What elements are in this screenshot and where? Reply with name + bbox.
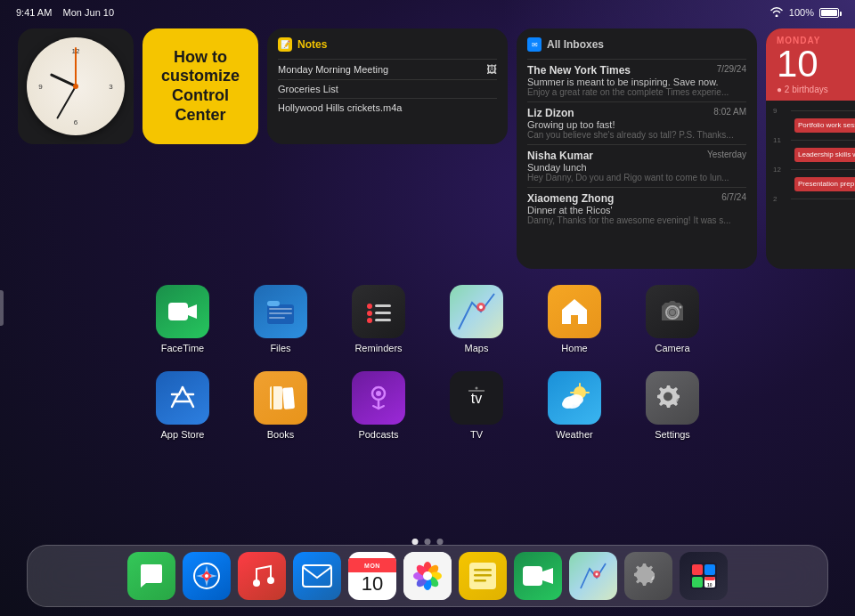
mail-item-1[interactable]: The New York Times 7/29/24 Summer is mea… [527, 59, 746, 101]
svg-point-42 [267, 577, 274, 584]
svg-point-24 [376, 391, 381, 396]
weather-icon-img [548, 371, 601, 425]
maps-label: Maps [465, 343, 489, 353]
appstore-icon-img [156, 371, 209, 425]
dock-calendar[interactable]: MON 10 [348, 552, 396, 600]
settings-label: Settings [655, 429, 690, 440]
photos-icon-detail [403, 552, 452, 600]
svg-marker-1 [188, 304, 197, 319]
note-text-2: Groceries List [278, 84, 338, 94]
notes-header: 📝 Notes [278, 37, 497, 52]
mail-widget[interactable]: ✉ All Inboxes The New York Times 7/29/24… [517, 28, 757, 269]
dock-messages[interactable] [127, 552, 175, 600]
mail-item-3[interactable]: Nisha Kumar Yesterday Sunday lunch Hey D… [527, 144, 746, 187]
notes-title: Notes [297, 38, 327, 51]
svg-rect-12 [375, 319, 391, 321]
notes-app-icon: 📝 [278, 37, 292, 52]
svg-rect-21 [272, 386, 273, 409]
mail-item-2[interactable]: Liz Dizon 8:02 AM Growing up too fast! C… [527, 101, 746, 144]
customize-widget[interactable]: How to customize Control Center [142, 28, 258, 144]
camera-label: Camera [655, 343, 689, 353]
dock-last[interactable]: 10 [680, 552, 728, 600]
svg-point-18 [670, 310, 675, 315]
sidebar-handle[interactable] [0, 290, 4, 326]
svg-rect-65 [692, 577, 703, 588]
facetime-label: FaceTime [161, 343, 205, 353]
note-item-1[interactable]: Monday Morning Meeting 🖼 [278, 59, 497, 79]
svg-rect-43 [303, 565, 331, 587]
battery-icon [819, 8, 839, 18]
mail-app-icon: ✉ [527, 37, 542, 52]
dock-calendar-day: MON [348, 558, 396, 572]
calendar-widget[interactable]: MONDAY 10 ● 2 birthdays 9 Portfolio work… [766, 28, 855, 269]
dock-maps[interactable] [569, 552, 617, 600]
svg-rect-6 [269, 317, 285, 319]
clock-center-dot [73, 84, 78, 89]
app-files[interactable]: Files [245, 285, 316, 353]
dock-music[interactable] [238, 552, 286, 600]
page-dot-1[interactable] [412, 539, 419, 545]
page-dot-2[interactable] [425, 539, 431, 545]
date-display: Mon Jun 10 [63, 7, 114, 18]
settings-icon-img [646, 371, 699, 425]
note-item-3[interactable]: Hollywood Hills crickets.m4a [278, 98, 497, 117]
dock-photos[interactable] [403, 552, 452, 600]
clock-widget[interactable]: 12 3 6 9 [18, 28, 134, 144]
app-home[interactable]: Home [539, 285, 610, 353]
mail-subject-3: Sunday lunch [527, 162, 746, 173]
clock-face: 12 3 6 9 [27, 37, 125, 135]
svg-point-35 [664, 393, 672, 401]
svg-rect-67 [704, 577, 715, 580]
svg-rect-5 [269, 312, 292, 314]
dock: MON 10 [27, 545, 828, 607]
dock-notes[interactable] [459, 552, 507, 600]
svg-rect-8 [375, 304, 391, 307]
svg-rect-10 [375, 312, 391, 314]
svg-marker-58 [542, 568, 553, 584]
second-hand [75, 47, 77, 86]
mail-subject-2: Growing up too fast! [527, 119, 746, 130]
dock-facetime[interactable] [514, 552, 562, 600]
mail-preview-2: Can you believe she's already so tall? P… [527, 130, 746, 140]
svg-point-7 [367, 304, 372, 309]
app-tv[interactable]: tv TV [441, 371, 512, 440]
dock-mail[interactable] [293, 552, 341, 600]
app-reminders[interactable]: Reminders [343, 285, 414, 353]
app-podcasts[interactable]: Podcasts [343, 371, 414, 440]
mail-item-4[interactable]: Xiaomeng Zhong 6/7/24 Dinner at the Rico… [527, 187, 746, 230]
note-attachment-icon: 🖼 [486, 63, 497, 76]
app-weather[interactable]: Weather [539, 371, 610, 440]
app-settings[interactable]: Settings [637, 371, 708, 440]
svg-point-19 [680, 306, 682, 309]
maps-icon-img [450, 285, 503, 338]
app-camera[interactable]: Camera [637, 285, 708, 353]
files-label: Files [270, 343, 290, 353]
books-icon-img [254, 371, 307, 425]
mail-preview-3: Hey Danny, Do you and Rigo want to come … [527, 173, 746, 182]
mail-from-4: Xiaomeng Zhong 6/7/24 [527, 192, 746, 205]
notes-widget[interactable]: 📝 Notes Monday Morning Meeting 🖼 Groceri… [267, 28, 508, 144]
dock-calendar-date: 10 [362, 572, 383, 594]
calendar-header: MONDAY 10 ● 2 birthdays [766, 28, 855, 101]
tv-label: TV [470, 429, 483, 440]
appstore-label: App Store [161, 429, 205, 440]
app-books[interactable]: Books [245, 371, 316, 440]
svg-rect-63 [692, 564, 703, 575]
cal-event-1: Portfolio work session [794, 118, 855, 133]
clock-num-3: 3 [109, 83, 112, 91]
svg-rect-0 [168, 303, 188, 320]
dock-settings[interactable] [624, 552, 672, 600]
time-display: 9:41 AM [16, 7, 52, 18]
home-icon-img [548, 285, 601, 338]
note-item-2[interactable]: Groceries List [278, 79, 497, 98]
svg-point-34 [562, 400, 573, 409]
app-facetime[interactable]: FaceTime [147, 285, 218, 353]
page-dot-3[interactable] [437, 539, 444, 545]
app-maps[interactable]: Maps [441, 285, 512, 353]
svg-rect-57 [523, 566, 542, 586]
app-appstore[interactable]: App Store [147, 371, 218, 440]
dock-safari[interactable] [183, 552, 231, 600]
status-icons: 100% [770, 6, 839, 19]
mail-header: ✉ All Inboxes [527, 37, 746, 52]
tv-icon-img: tv [450, 371, 503, 425]
